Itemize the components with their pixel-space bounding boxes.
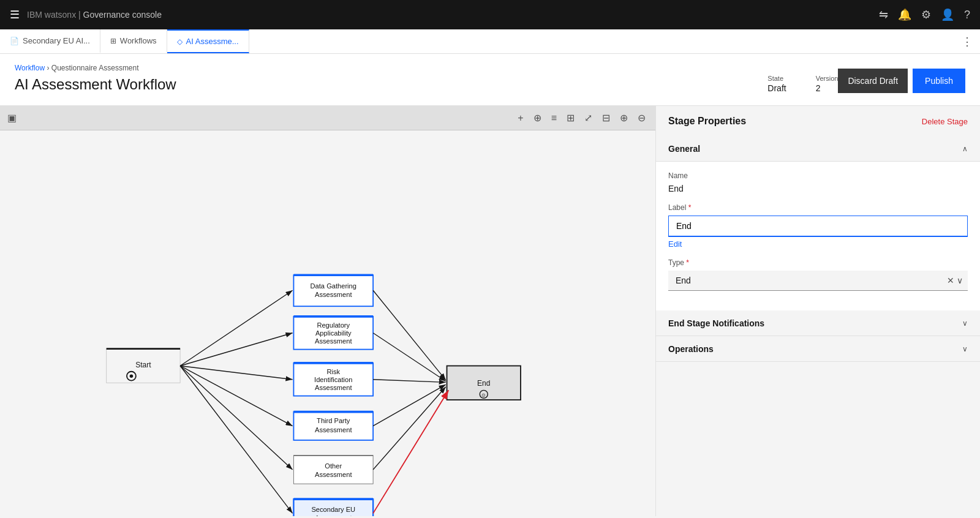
add-node-button[interactable]: + [515,110,526,126]
tab-ai-assessment[interactable]: ◇ AI Assessme... [167,29,249,53]
end-stage-title: End Stage Notifications [668,318,764,328]
tab-secondary-eu[interactable]: 📄 Secondary EU AI... [0,29,100,53]
svg-text:Assessment: Assessment [315,291,352,298]
breadcrumb-workflow[interactable]: Workflow [15,64,45,72]
delete-stage-button[interactable]: Delete Stage [922,117,968,126]
topnav-actions: ⇋ 🔔 ⚙ 👤 ? [879,8,970,21]
page-header: Workflow › Questionnaire Assessment AI A… [0,54,980,106]
props-panel-header: Stage Properties Delete Stage [656,106,980,137]
help-icon[interactable]: ? [964,9,970,21]
tab-workflows[interactable]: ⊞ Workflows [100,29,167,53]
zoom-out-button[interactable]: ⊖ [635,110,648,126]
version-value: 2 [816,83,821,93]
settings-icon[interactable]: ⚙ [921,8,931,21]
svg-text:Assessment: Assessment [315,426,352,434]
header-left: Workflow › Questionnaire Assessment AI A… [15,64,738,93]
publish-button[interactable]: Publish [913,69,965,93]
brand-product: Governance console [83,10,162,20]
svg-point-5 [130,374,134,378]
type-required-marker: * [686,258,689,267]
move-tool-button[interactable]: ⤢ [582,110,595,126]
label-field: Label * Edit [668,203,968,249]
svg-line-31 [180,366,292,379]
end-stage-notifications-section: End Stage Notifications ∨ [656,311,980,336]
canvas-toolbar: ▣ + ⊕ ≡ ⊞ ⤢ ⊟ ⊕ ⊖ [0,106,655,130]
label-required-marker: * [688,203,692,212]
svg-text:Applicability: Applicability [315,329,352,337]
tab-bar: 📄 Secondary EU AI... ⊞ Workflows ◇ AI As… [0,29,980,54]
svg-text:Data Gathering: Data Gathering [311,282,356,290]
svg-text:Third Party: Third Party [317,417,350,424]
discard-draft-button[interactable]: Discard Draft [838,69,908,93]
svg-text:Regulatory: Regulatory [317,321,350,329]
name-value: End [668,184,684,193]
general-section-header[interactable]: General ∧ [656,137,980,162]
name-field: Name End [668,171,968,193]
svg-line-39 [373,387,446,470]
general-section-title: General [668,144,700,154]
header-meta: State Draft Version 2 [767,75,838,93]
type-select-wrapper: End Start Intermediate ✕ ∨ [668,271,968,291]
operations-section: Operations ∨ [656,337,980,362]
operations-chevron: ∨ [962,345,968,353]
version-label: Version [816,75,839,82]
svg-text:Assessment: Assessment [315,337,352,345]
type-field: Type * End Start Intermediate ✕ ∨ [668,258,968,291]
svg-line-36 [373,333,446,381]
brand-label: IBM watsonx | Governance console [27,10,162,20]
version-meta: Version 2 [816,75,839,93]
edit-link[interactable]: Edit [668,239,968,249]
crosshair-tool-button[interactable]: ⊕ [531,110,544,126]
tab-ai-assessment-label: AI Assessme... [186,37,239,46]
state-value: Draft [767,83,786,93]
list-view-button[interactable]: ≡ [549,110,559,126]
brand-name: IBM watsonx [27,10,76,20]
diagram-canvas-area: ▣ + ⊕ ≡ ⊞ ⤢ ⊟ ⊕ ⊖ [0,106,655,516]
svg-text:Assessment: Assessment [315,471,352,478]
svg-text:Risk: Risk [326,368,340,375]
user-icon[interactable]: 👤 [941,8,954,21]
operations-title: Operations [668,344,714,354]
end-stage-notifications-header[interactable]: End Stage Notifications ∨ [656,311,980,336]
ai-icon: ◇ [177,37,183,46]
tab-more-button[interactable]: ⋮ [954,29,980,53]
main-content: ▣ + ⊕ ≡ ⊞ ⤢ ⊟ ⊕ ⊖ [0,106,980,516]
label-input[interactable] [668,216,968,237]
workflow-diagram[interactable]: Start End ⊙ Data Gathering Assessment Re… [0,130,655,516]
svg-line-29 [180,290,292,366]
props-panel-title: Stage Properties [668,116,746,127]
panel-toggle-button[interactable]: ▣ [7,112,17,124]
svg-line-40 [373,390,448,513]
svg-line-34 [180,366,292,513]
type-select[interactable]: End Start Intermediate [668,271,968,290]
grid-view-button[interactable]: ⊞ [564,110,577,126]
svg-text:Secondary EU: Secondary EU [311,506,355,513]
brand-sep: | [76,10,83,20]
svg-line-32 [180,366,292,426]
svg-line-35 [373,290,446,380]
svg-line-38 [373,385,446,426]
tab-secondary-eu-label: Secondary EU AI... [23,36,90,45]
name-label: Name [668,171,968,180]
general-section: General ∧ Name End Label * Edit [656,137,980,310]
tab-workflows-label: Workflows [120,36,157,45]
breadcrumb: Workflow › Questionnaire Assessment [15,64,738,72]
zoom-in-button[interactable]: ⊕ [617,110,630,126]
svg-text:Assessment: Assessment [315,384,352,391]
svg-line-37 [373,380,446,383]
menu-icon[interactable]: ☰ [10,8,20,21]
svg-text:⊙: ⊙ [481,392,486,398]
header-actions: Discard Draft Publish [838,69,965,93]
document-icon: 📄 [10,37,19,45]
operations-section-header[interactable]: Operations ∨ [656,337,980,362]
bell-icon[interactable]: 🔔 [898,8,911,21]
workflows-icon: ⊞ [110,37,116,45]
table-view-button[interactable]: ⊟ [600,110,612,126]
label-label: Label * [668,203,968,212]
svg-text:Assessment: Assessment [315,514,352,516]
crossroads-icon[interactable]: ⇋ [879,8,888,21]
svg-line-33 [180,366,292,470]
page-title: AI Assessment Workflow [15,76,738,93]
top-navigation: ☰ IBM watsonx | Governance console ⇋ 🔔 ⚙… [0,0,980,29]
general-section-body: Name End Label * Edit Type * [656,162,980,310]
